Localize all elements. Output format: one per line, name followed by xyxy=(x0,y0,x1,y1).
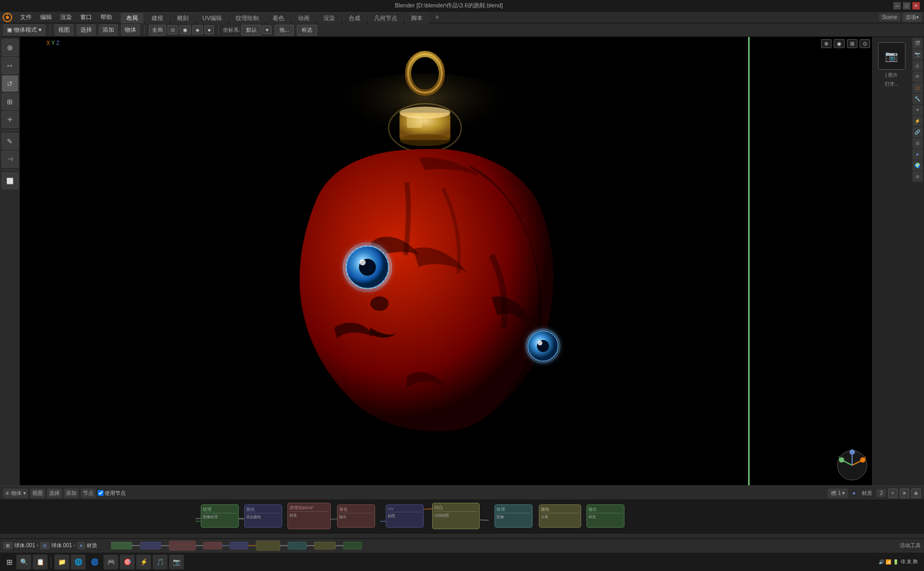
taskbar-extra-2[interactable]: 🎵 xyxy=(153,555,167,569)
object-menu[interactable]: 物体 xyxy=(121,24,140,35)
overlay-snap[interactable]: ⊞ xyxy=(847,39,857,48)
slot-selector[interactable]: 槽 1 ▾ xyxy=(828,489,848,498)
viewport-shading-solid[interactable]: ◉ xyxy=(180,25,191,34)
node-2[interactable]: 颜色 混合颜色 xyxy=(244,504,282,528)
tab-animation[interactable]: 动画 xyxy=(292,13,315,23)
tool-add-cube[interactable]: ⬜ xyxy=(2,172,18,189)
taskbar-widgets[interactable]: 📋 xyxy=(33,555,48,569)
overlay-viewport[interactable]: ◉ xyxy=(834,39,845,48)
node-3[interactable]: 原理化BSDF 材质 xyxy=(287,503,331,529)
taskbar-file-explorer[interactable]: 📁 xyxy=(54,555,69,569)
menu-window[interactable]: 窗口 xyxy=(76,12,96,22)
overlay-proportional[interactable]: ⊙ xyxy=(860,39,870,48)
tool-annotate[interactable]: ✎ xyxy=(2,133,18,150)
status-mesh-btn[interactable]: ⊞ xyxy=(40,542,50,549)
node-nodes-menu[interactable]: 节点 xyxy=(81,489,96,498)
prop-material-icon[interactable]: ● xyxy=(912,149,923,160)
menu-file[interactable]: 文件 xyxy=(16,12,36,22)
options-button[interactable]: 选项▾ xyxy=(902,13,922,22)
node-canvas[interactable]: 纹理 图像纹理 颜色 混合颜色 原理化BSDF 材质 着色 输出 UV 贴图 凹… xyxy=(0,500,924,534)
maximize-button[interactable]: □ xyxy=(903,2,910,10)
menu-help[interactable]: 帮助 xyxy=(96,12,116,22)
view-menu[interactable]: 视图 xyxy=(54,24,73,35)
tool-transform[interactable]: ✛ xyxy=(2,111,18,128)
taskbar-search[interactable]: 🔍 xyxy=(16,555,31,569)
node-8[interactable]: 颜色 分离 xyxy=(539,504,581,528)
taskbar-steam[interactable]: 🎮 xyxy=(104,555,118,569)
coord-dropdown[interactable]: ▾ xyxy=(263,25,272,34)
tool-scale[interactable]: ⊞ xyxy=(2,93,18,110)
taskbar-epic[interactable]: 🎯 xyxy=(120,555,135,569)
nav-gizmo[interactable]: X Y Z xyxy=(836,449,868,481)
tab-shading[interactable]: 着色 xyxy=(267,13,290,23)
viewport-shading-render[interactable]: ● xyxy=(204,25,214,34)
material-add-btn[interactable]: + xyxy=(888,489,898,498)
taskbar-browser[interactable]: 🌐 xyxy=(71,555,86,569)
prop-world-icon[interactable]: 🌍 xyxy=(912,160,923,171)
prop-modifier-icon[interactable]: 🔧 xyxy=(912,94,923,104)
prop-render-icon[interactable]: 📷 xyxy=(912,49,923,60)
prop-view-icon[interactable]: 👁 xyxy=(912,71,923,82)
node-6[interactable]: 凹凸 法线贴图 xyxy=(432,503,480,529)
node-scrollbar[interactable] xyxy=(0,534,924,538)
global-local-toggle[interactable]: 全局 xyxy=(149,25,166,35)
tab-modeling[interactable]: 建模 xyxy=(146,13,169,23)
node-7[interactable]: 纹理 图像 xyxy=(494,504,533,528)
tab-geometry[interactable]: 几何节点 xyxy=(368,13,403,23)
node-add-menu[interactable]: 添加 xyxy=(64,489,79,498)
sel-button[interactable]: 框选 xyxy=(297,25,317,35)
status-material-btn[interactable]: ● xyxy=(77,542,85,549)
node-select-menu[interactable]: 选择 xyxy=(47,489,62,498)
add-menu[interactable]: 添加 xyxy=(99,24,118,35)
taskbar-extra-3[interactable]: 📷 xyxy=(169,555,184,569)
viewport-shading-material[interactable]: ◈ xyxy=(192,25,203,34)
tool-measure[interactable]: ⊣ xyxy=(2,151,18,168)
prop-output-icon[interactable]: 🖨 xyxy=(912,60,923,71)
scene-selector[interactable]: Scene xyxy=(879,13,900,21)
node-1[interactable]: 纹理 图像纹理 xyxy=(201,504,239,528)
status-mesh-icon[interactable]: ⊞ xyxy=(3,542,13,549)
tab-uv[interactable]: UV编辑 xyxy=(197,13,228,23)
taskbar-extra-1[interactable]: ⚡ xyxy=(136,555,151,569)
prop-extra-icon[interactable]: ⊕ xyxy=(912,171,923,182)
minimize-button[interactable]: ─ xyxy=(893,2,901,10)
tab-compositing[interactable]: 合成 xyxy=(343,13,366,23)
node-4[interactable]: 着色 输出 xyxy=(337,504,375,528)
prop-constraints-icon[interactable]: 🔗 xyxy=(912,127,923,137)
tab-sculpt[interactable]: 雕刻 xyxy=(171,13,194,23)
viewport-3d[interactable]: X Y Z ⊕ ◉ ⊞ ⊙ X Y Z xyxy=(20,37,872,485)
node-9[interactable]: 输出 材质 xyxy=(586,504,624,528)
start-button[interactable]: ⊞ xyxy=(4,557,15,567)
prop-particles-icon[interactable]: ✦ xyxy=(912,105,923,115)
material-remove-btn[interactable]: ✕ xyxy=(900,489,909,498)
menu-edit[interactable]: 编辑 xyxy=(36,12,56,22)
tool-cursor[interactable]: ⊕ xyxy=(2,39,18,56)
tool-move[interactable]: ↔ xyxy=(2,57,18,74)
prop-scene-icon[interactable]: 🎬 xyxy=(912,38,923,49)
taskbar-blender[interactable]: 🌀 xyxy=(87,555,102,569)
tab-texture[interactable]: 纹理绘制 xyxy=(230,13,265,23)
tab-scripting[interactable]: 脚本 xyxy=(405,13,428,23)
tab-add-button[interactable]: + xyxy=(431,11,443,23)
select-menu[interactable]: 选择 xyxy=(77,24,96,35)
prop-data-icon[interactable]: ⊞ xyxy=(912,138,923,149)
camera-button[interactable]: 📷 xyxy=(878,42,906,70)
use-nodes-check[interactable]: 使用节点 xyxy=(98,490,126,497)
node-5[interactable]: UV 贴图 xyxy=(386,504,424,528)
node-view-menu[interactable]: 视图 xyxy=(30,489,45,498)
node-obj-btn[interactable]: ⊕ 物体 ▾ xyxy=(3,489,28,498)
mode-selector[interactable]: ▣ 物体模式 ▾ xyxy=(3,24,45,35)
prop-object-icon[interactable]: ◻ xyxy=(912,82,923,93)
tab-render[interactable]: 渲染 xyxy=(318,13,341,23)
overlay-gizmo[interactable]: ⊕ xyxy=(821,39,832,48)
coord-default[interactable]: 默认 xyxy=(241,25,262,35)
material-link-btn[interactable]: ⊕ xyxy=(911,489,921,498)
menu-render[interactable]: 渲染 xyxy=(56,12,76,22)
close-button[interactable]: ✕ xyxy=(912,2,920,10)
tool-rotate[interactable]: ↺ xyxy=(2,75,18,92)
prop-physics-icon[interactable]: ⚡ xyxy=(912,116,923,126)
prop-button[interactable]: 拖... xyxy=(275,25,294,35)
use-nodes-checkbox[interactable] xyxy=(98,490,104,496)
tab-layout[interactable]: 布局 xyxy=(120,13,144,23)
viewport-shading-wire[interactable]: ⊙ xyxy=(167,25,178,34)
